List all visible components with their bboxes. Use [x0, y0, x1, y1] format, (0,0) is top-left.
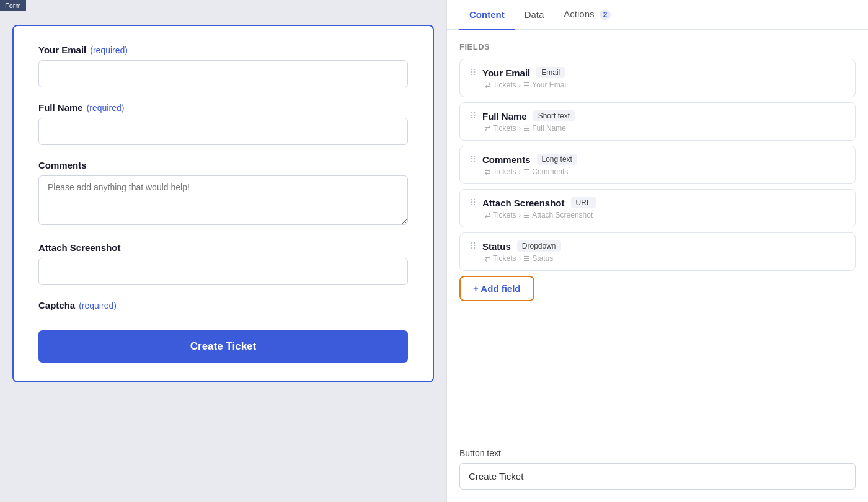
field-comments-name: Comments: [482, 154, 531, 165]
form-field-email: Your Email (required): [38, 45, 408, 87]
field-screenshot-type: URL: [571, 197, 596, 208]
drag-handle-screenshot[interactable]: ⠿: [470, 198, 476, 208]
drag-handle-fullname[interactable]: ⠿: [470, 111, 476, 121]
field-screenshot-name: Attach Screenshot: [482, 198, 565, 208]
fullname-label-text: Full Name: [38, 102, 83, 113]
path-field-icon-comments: ☰: [523, 168, 529, 176]
field-email-type: Email: [536, 67, 565, 78]
path-table-screenshot: Tickets: [493, 211, 516, 219]
tab-actions-label: Actions: [564, 9, 594, 19]
field-status-path: ⇄ Tickets › ☰ Status: [470, 254, 845, 263]
path-chevron-status: ›: [519, 255, 521, 262]
path-chevron-screenshot: ›: [519, 211, 521, 219]
form-field-comments: Comments: [38, 160, 408, 227]
path-table-fullname: Tickets: [493, 124, 516, 133]
field-card-screenshot-top: ⠿ Attach Screenshot URL: [470, 197, 845, 208]
path-field-icon-status: ☰: [523, 255, 529, 263]
tabs-header: Content Data Actions 2: [447, 0, 868, 30]
path-field-status: Status: [532, 254, 553, 263]
path-field-screenshot: Attach Screenshot: [532, 211, 593, 219]
path-chevron-email: ›: [519, 81, 521, 89]
path-icon-fullname: ⇄: [485, 125, 490, 133]
button-text-input[interactable]: [459, 463, 856, 490]
field-card-screenshot: ⠿ Attach Screenshot URL ⇄ Tickets › ☰ At…: [459, 189, 856, 227]
path-icon-comments: ⇄: [485, 168, 490, 176]
path-field-fullname: Full Name: [532, 124, 566, 133]
drag-handle-email[interactable]: ⠿: [470, 68, 476, 77]
field-card-status-top: ⠿ Status Dropdown: [470, 240, 845, 252]
email-required: (required): [90, 45, 128, 55]
button-text-label: Button text: [459, 448, 856, 458]
right-panel: Content Data Actions 2 Fields ⠿ Your Ema…: [446, 0, 868, 502]
comments-label-text: Comments: [38, 160, 87, 170]
form-field-fullname: Full Name (required): [38, 102, 408, 145]
email-input[interactable]: [38, 60, 408, 87]
fullname-label: Full Name (required): [38, 102, 408, 113]
field-fullname-name: Full Name: [482, 111, 527, 121]
path-field-icon-fullname: ☰: [523, 125, 529, 133]
fullname-required: (required): [87, 103, 125, 113]
field-comments-type: Long text: [537, 154, 577, 165]
form-field-screenshot: Attach Screenshot: [38, 242, 408, 285]
tab-content[interactable]: Content: [459, 1, 515, 30]
form-badge: Form: [0, 0, 26, 11]
field-card-email: ⠿ Your Email Email ⇄ Tickets › ☰ Your Em…: [459, 59, 856, 97]
tab-data[interactable]: Data: [515, 1, 554, 30]
field-email-path: ⇄ Tickets › ☰ Your Email: [470, 81, 845, 89]
comments-textarea[interactable]: [38, 175, 408, 225]
button-text-section: Button text: [447, 448, 868, 502]
path-icon-screenshot: ⇄: [485, 211, 490, 219]
tab-actions[interactable]: Actions 2: [554, 0, 621, 30]
form-container: Your Email (required) Full Name (require…: [12, 25, 434, 382]
field-card-email-top: ⠿ Your Email Email: [470, 67, 845, 78]
fields-section-label: Fields: [459, 42, 856, 51]
path-table-comments: Tickets: [493, 167, 516, 176]
screenshot-input[interactable]: [38, 258, 408, 285]
captcha-label: Captcha (required): [38, 300, 408, 310]
field-card-fullname-top: ⠿ Full Name Short text: [470, 110, 845, 121]
captcha-required: (required): [79, 301, 117, 310]
field-fullname-type: Short text: [533, 110, 575, 121]
email-label: Your Email (required): [38, 45, 408, 55]
add-field-button[interactable]: + Add field: [459, 276, 534, 301]
comments-label: Comments: [38, 160, 408, 170]
path-chevron-comments: ›: [519, 168, 521, 175]
field-email-name: Your Email: [482, 68, 530, 78]
field-status-type: Dropdown: [517, 240, 561, 252]
screenshot-label: Attach Screenshot: [38, 242, 408, 253]
panel-content: Fields ⠿ Your Email Email ⇄ Tickets › ☰ …: [447, 30, 868, 448]
field-card-status: ⠿ Status Dropdown ⇄ Tickets › ☰ Status: [459, 232, 856, 271]
fullname-input[interactable]: [38, 118, 408, 145]
path-table-email: Tickets: [493, 81, 516, 89]
form-field-captcha: Captcha (required): [38, 300, 408, 310]
email-label-text: Your Email: [38, 45, 86, 55]
path-field-comments: Comments: [532, 167, 568, 176]
field-status-name: Status: [482, 241, 511, 252]
path-chevron-fullname: ›: [519, 125, 521, 132]
drag-handle-status[interactable]: ⠿: [470, 241, 476, 251]
path-field-icon-email: ☰: [523, 81, 529, 89]
actions-badge: 2: [600, 10, 611, 20]
path-table-status: Tickets: [493, 254, 516, 263]
submit-button[interactable]: Create Ticket: [38, 330, 408, 363]
drag-handle-comments[interactable]: ⠿: [470, 154, 476, 164]
field-screenshot-path: ⇄ Tickets › ☰ Attach Screenshot: [470, 211, 845, 219]
captcha-label-text: Captcha: [38, 300, 75, 310]
path-icon-status: ⇄: [485, 255, 490, 263]
field-card-comments: ⠿ Comments Long text ⇄ Tickets › ☰ Comme…: [459, 146, 856, 184]
left-panel: Form Your Email (required) Full Name (re…: [0, 0, 446, 502]
path-icon-email: ⇄: [485, 81, 490, 89]
path-field-email: Your Email: [532, 81, 568, 89]
field-fullname-path: ⇄ Tickets › ☰ Full Name: [470, 124, 845, 133]
field-card-fullname: ⠿ Full Name Short text ⇄ Tickets › ☰ Ful…: [459, 102, 856, 141]
field-card-comments-top: ⠿ Comments Long text: [470, 154, 845, 165]
path-field-icon-screenshot: ☰: [523, 211, 529, 219]
field-comments-path: ⇄ Tickets › ☰ Comments: [470, 167, 845, 176]
screenshot-label-text: Attach Screenshot: [38, 242, 121, 253]
